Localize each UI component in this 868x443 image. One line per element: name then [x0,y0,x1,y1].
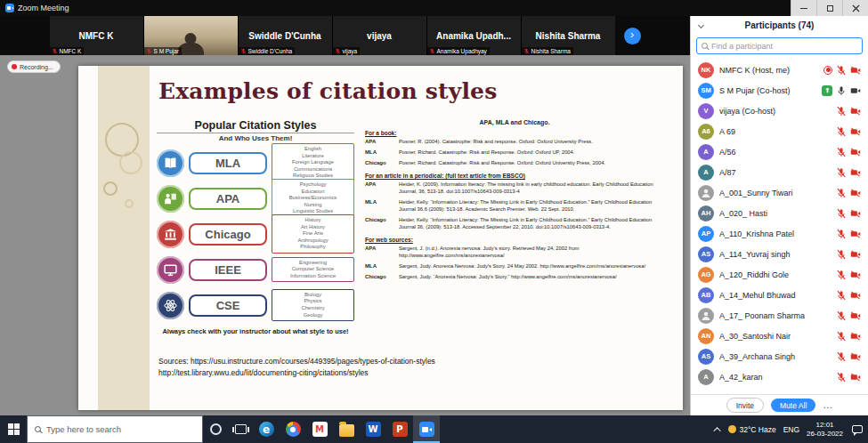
infographic-footnote: Always check with your instructor about … [157,327,354,335]
taskbar-app-button[interactable] [253,415,280,443]
mic-muted-icon [523,48,530,54]
participant-row[interactable]: AH A_020_ Hasti [691,203,868,223]
participant-row[interactable]: V vijaya (Co-host) [691,101,868,121]
next-videos-button[interactable]: › [624,28,641,44]
cortana-button[interactable] [203,415,228,443]
citation-entry: MLAPosner, Richard. Catastrophe: Risk an… [365,149,664,157]
video-tile-name-label: Nishita Sharma [531,48,571,54]
citation-text: Heider, K. (2009). Information literacy:… [399,181,664,196]
style-name: APA [216,192,239,205]
participant-display-name: Anamika Upadh... [436,31,511,41]
mic-muted-icon [429,48,435,54]
participant-row[interactable]: A6 A 69 [691,121,868,141]
video-tile[interactable]: Swiddle D'Cunha Swiddle D'Cunha [239,16,332,55]
citation-text: Sargent, Judy. “Anorexia Nervosa: Judy’s… [399,274,664,281]
taskbar-app-button[interactable] [280,415,306,443]
show-hidden-icons-icon[interactable] [714,427,721,434]
participant-row[interactable]: AP A_110_Krishna Patel [691,223,868,244]
taskbar-app-button[interactable] [413,415,440,443]
taskbar-search[interactable]: Type here to search [27,415,203,443]
video-tile[interactable]: NMFC K NMFC K [50,16,143,55]
recording-indicator[interactable]: Recording... [7,60,61,73]
participant-name: A_14_Mehul Bhuwad [719,291,831,300]
style-fields-box: Engineering Computer Science Information… [272,257,354,283]
minimize-button[interactable] [791,0,816,16]
mute-all-button[interactable]: Mute All [771,399,815,412]
windows-taskbar: Type here to search 32°C Haze [0,415,868,443]
action-center-icon[interactable] [852,425,863,433]
participant-row[interactable]: AN A_30_Santoshi Nair [691,326,868,346]
close-button[interactable] [842,0,868,16]
avatar: AS [698,246,714,262]
more-options-button[interactable]: … [823,400,832,410]
start-button[interactable] [0,415,27,443]
participant-row[interactable]: AS A_39_Archana Singh [691,346,868,366]
taskbar-search-placeholder: Type here to search [46,424,121,434]
language-indicator[interactable]: ENG [783,425,799,434]
app-icon [312,422,328,437]
computer-icon [163,262,178,278]
citation-entry: MLASargent, Judy. Anorexia Nervosa: Judy… [365,263,664,270]
citation-style-label: MLA [365,149,399,157]
participant-row[interactable]: AB A_14_Mehul Bhuwad [691,285,868,305]
participant-name: A_110_Krishna Patel [719,230,831,238]
citation-entry: APAPosner, R. (2004). Catastrophe: Risk … [365,139,664,146]
participant-search-input[interactable] [711,42,857,51]
participant-name: A_42_karan [719,373,831,382]
participant-row[interactable]: A A/87 [691,162,868,182]
style-name-pill: CSE [189,294,267,317]
video-tile[interactable]: Nishita Sharma Nishita Sharma [522,16,615,55]
video-tile[interactable]: vijaya vijaya [333,16,426,55]
date-label: 26-03-2022 [807,430,843,439]
app-icon [419,422,434,437]
microphone-status-icon [836,65,847,76]
style-icon [157,149,184,177]
taskbar-app-button[interactable] [306,415,333,443]
style-name-pill: MLA [189,152,267,174]
style-fields-box: History Art History Fine Arts Anthropolo… [272,214,354,254]
participant-row[interactable]: AG A_120_Riddhi Gole [691,264,868,285]
participant-name: A_30_Santoshi Nair [719,332,831,341]
avatar: AB [698,287,714,303]
participant-row[interactable]: A A/56 [691,141,868,162]
video-tile[interactable]: Anamika Upadh... Anamika Upadhyay [427,16,521,55]
citation-style-row: APA Psychology Education Business/Econom… [157,181,354,216]
participant-row[interactable]: NK NMFC K (Host, me) [691,60,868,80]
participants-panel: Participants (74) NK NMFC K (Host, me) [690,16,868,415]
avatar: A [698,144,714,160]
recording-status-icon [823,66,832,75]
taskbar-app-button[interactable] [333,415,360,443]
avatar-initials: AG [701,270,710,278]
app-icon [366,422,381,437]
app-icon [259,422,274,437]
shared-screen-area: Recording... Examples of citation styles… [0,55,690,415]
task-view-button[interactable] [228,415,253,443]
maximize-button[interactable] [816,0,842,16]
participant-name: A_020_ Hasti [719,209,831,218]
weather-widget[interactable]: 32°C Haze [728,425,775,434]
participant-row[interactable]: A_001_Sunny Tiwari [691,182,868,203]
windows-logo-icon [8,423,20,435]
participant-row[interactable]: A A_42_karan [691,366,868,387]
participant-row[interactable]: AS A_114_Yuvraj singh [691,244,868,264]
video-tile-name-label: S M Pujar [154,48,180,54]
app-icon [393,422,408,437]
sources-line-1: Sources: https://usu.instructure.com/cou… [158,356,435,367]
taskbar-app-button[interactable] [360,415,386,443]
invite-button[interactable]: Invite [726,398,764,413]
citation-entry: APASargent, J. (n.d.). Anorexia nervosa:… [365,246,664,260]
participant-display-name: vijaya [367,31,392,41]
video-strip: NMFC K NMFC K S M Pujar [0,16,690,55]
participant-row[interactable]: A_17_ Poonam Sharma [691,305,868,326]
taskbar-app-button[interactable] [386,415,413,443]
participants-footer: Invite Mute All … [691,394,868,415]
avatar: SM [698,83,714,99]
chevron-down-icon[interactable] [698,22,704,28]
microphone-status-icon [836,310,847,321]
participant-row[interactable]: SM S M Pujar (Co-host) [691,80,868,101]
infographic-heading: Popular Citation Styles [157,119,354,133]
taskbar-clock[interactable]: 12:01 26-03-2022 [807,421,843,439]
style-fields-box: Biology Physics Chemistry Geology [272,289,354,321]
video-tile[interactable]: S M Pujar [144,16,238,55]
style-fields-box: Psychology Education Business/Economics … [272,179,354,218]
